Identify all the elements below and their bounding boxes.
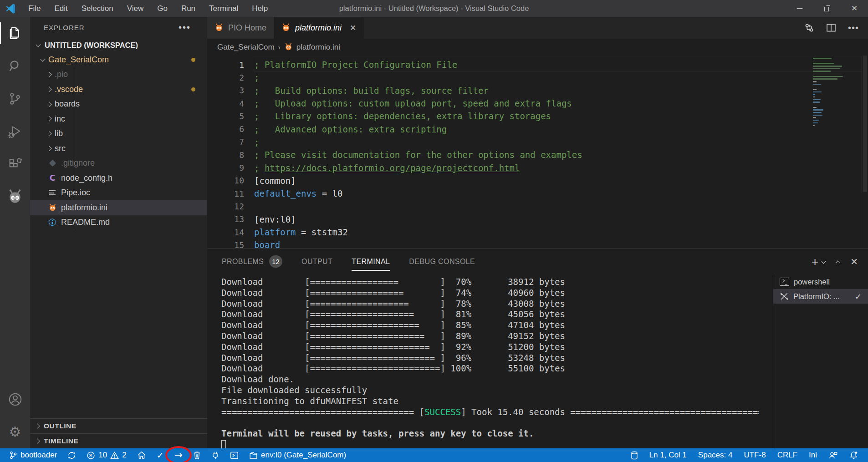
info-file-icon: 🛈 <box>47 218 57 227</box>
tree-item--vscode[interactable]: .vscode <box>30 82 207 97</box>
problems-item[interactable]: 10 2 <box>84 448 129 462</box>
pio-env-selector[interactable]: env:l0 (Gate_SerialCom) <box>246 448 349 462</box>
sync-button[interactable] <box>65 448 79 462</box>
split-editor-icon[interactable] <box>826 23 836 33</box>
pio-build-button[interactable]: ✓ <box>154 448 167 462</box>
line-number: 6 <box>207 124 244 134</box>
new-terminal-button[interactable]: + <box>812 256 825 268</box>
feedback-button[interactable] <box>826 448 841 462</box>
section-timeline[interactable]: TIMELINE <box>30 433 207 448</box>
code-line-4[interactable]: 4; Upload options: custom upload port, s… <box>207 97 868 110</box>
menu-go[interactable]: Go <box>152 2 173 15</box>
tree-item--gitignore[interactable]: .gitignore <box>30 156 207 171</box>
tree-item-boards[interactable]: boards <box>30 97 207 112</box>
pio-test-button[interactable] <box>209 448 222 462</box>
menu-file[interactable]: File <box>23 2 46 15</box>
activity-source-control-icon[interactable] <box>0 82 30 115</box>
code-line-1[interactable]: 1; PlatformIO Project Configuration File <box>207 58 868 71</box>
cursor-position[interactable]: Ln 1, Col 1 <box>647 448 689 462</box>
line-number: 1 <box>207 60 244 70</box>
terminal-list-item-platformio-----[interactable]: PlatformIO: ...✓ <box>773 289 868 304</box>
code-line-14[interactable]: 14platform = ststm32 <box>207 226 868 239</box>
code-line-8[interactable]: 8; Please visit documentation for the ot… <box>207 148 868 161</box>
terminal-line: Download [==================== ] 81% 450… <box>221 309 759 320</box>
line-number: 5 <box>207 112 244 121</box>
breadcrumb-folder[interactable]: Gate_SerialCom <box>217 43 275 52</box>
notifications-button[interactable] <box>847 448 861 462</box>
activity-extensions-icon[interactable] <box>0 148 30 181</box>
tree-item-src[interactable]: src <box>30 141 207 156</box>
code-line-11[interactable]: 11default_envs = l0 <box>207 187 868 200</box>
pio-clean-button[interactable] <box>190 448 204 462</box>
code-editor[interactable]: 1; PlatformIO Project Configuration File… <box>207 56 868 248</box>
minimap-line <box>813 66 842 67</box>
code-line-7[interactable]: 7; <box>207 136 868 148</box>
chevron-right-icon: › <box>278 43 281 51</box>
git-branch-item[interactable]: bootloader <box>6 448 60 462</box>
minimize-icon[interactable]: ─ <box>786 0 813 17</box>
encoding-setting[interactable]: UTF-8 <box>741 448 768 462</box>
menu-terminal[interactable]: Terminal <box>204 2 244 15</box>
menu-edit[interactable]: Edit <box>49 2 73 15</box>
panel-tab-terminal[interactable]: TERMINAL <box>352 249 390 274</box>
close-panel-icon[interactable]: ✕ <box>850 256 858 267</box>
tree-item-gate-serialcom[interactable]: Gate_SerialCom <box>30 52 207 67</box>
pio-home-button[interactable] <box>134 448 149 462</box>
menu-view[interactable]: View <box>122 2 149 15</box>
tree-item--pio[interactable]: .pio <box>30 67 207 82</box>
eol-setting[interactable]: CRLF <box>775 448 800 462</box>
error-count: 10 <box>98 451 107 460</box>
vscode-logo-icon <box>5 3 16 15</box>
tree-item-node-config-h[interactable]: Cnode_config.h <box>30 171 207 186</box>
panel-tab-debug-console[interactable]: DEBUG CONSOLE <box>409 249 475 274</box>
code-line-15[interactable]: 15board <box>207 239 868 248</box>
code-line-9[interactable]: 9; https://docs.platformio.org/page/proj… <box>207 161 868 174</box>
activity-explorer-icon[interactable] <box>0 17 30 50</box>
maximize-panel-icon[interactable] <box>836 261 840 265</box>
panel-tab-output[interactable]: OUTPUT <box>301 249 332 274</box>
workspace-root-row[interactable]: UNTITLED (WORKSPACE) <box>30 38 207 52</box>
tree-item-platformio-ini[interactable]: platformio.ini <box>30 200 207 215</box>
breadcrumb-file[interactable]: platformio.ini <box>296 43 340 52</box>
indentation-setting[interactable]: Spaces: 4 <box>695 448 735 462</box>
activity-account-icon[interactable] <box>0 383 30 416</box>
pio-remote-button[interactable] <box>628 448 641 462</box>
menu-selection[interactable]: Selection <box>76 2 119 15</box>
minimap[interactable] <box>811 56 862 248</box>
code-line-2[interactable]: 2; <box>207 71 868 84</box>
activity-platformio-icon[interactable] <box>0 181 30 213</box>
menu-run[interactable]: Run <box>176 2 201 15</box>
tree-item-inc[interactable]: inc <box>30 112 207 127</box>
close-window-icon[interactable]: ✕ <box>841 0 868 17</box>
tab-platformio-ini[interactable]: platformio.ini✕ <box>274 17 364 39</box>
minimap-line <box>813 94 815 95</box>
terminal-output[interactable]: Download [================= ] 70% 38912 … <box>221 277 759 448</box>
activity-search-icon[interactable] <box>0 50 30 82</box>
activity-settings-icon[interactable]: ⚙ <box>0 416 30 448</box>
editor-scrollbar[interactable] <box>862 56 868 248</box>
code-line-3[interactable]: 3; Build options: build flags, source fi… <box>207 84 868 97</box>
more-actions-icon[interactable]: ••• <box>848 23 859 33</box>
code-line-10[interactable]: 10[common] <box>207 174 868 187</box>
tab-pio-home[interactable]: PIO Home <box>207 17 274 39</box>
panel-tab-problems[interactable]: PROBLEMS12 <box>222 249 282 274</box>
open-changes-icon[interactable] <box>804 23 814 33</box>
terminal-list-item-powershell[interactable]: powershell <box>773 274 868 289</box>
tree-item-pipe-ioc[interactable]: Pipe.ioc <box>30 186 207 201</box>
section-outline[interactable]: OUTLINE <box>30 418 207 433</box>
language-mode[interactable]: Ini <box>806 448 820 462</box>
code-line-13[interactable]: 13[env:l0] <box>207 213 868 226</box>
code-line-6[interactable]: 6; Advanced options: extra scripting <box>207 122 868 135</box>
tree-item-readme-md[interactable]: 🛈README.md <box>30 215 207 230</box>
restore-icon[interactable] <box>813 0 841 17</box>
code-line-5[interactable]: 5; Library options: dependencies, extra … <box>207 110 868 122</box>
more-actions-icon[interactable]: ••• <box>179 22 191 33</box>
menu-help[interactable]: Help <box>246 2 273 15</box>
close-tab-icon[interactable]: ✕ <box>350 23 356 33</box>
pio-upload-button[interactable]: → <box>172 448 185 462</box>
scrollbar-thumb[interactable] <box>863 56 867 192</box>
tree-item-lib[interactable]: lib <box>30 127 207 142</box>
activity-run-and-debug-icon[interactable] <box>0 115 30 148</box>
code-line-12[interactable]: 12 <box>207 200 868 213</box>
pio-serial-monitor-button[interactable] <box>227 448 241 462</box>
